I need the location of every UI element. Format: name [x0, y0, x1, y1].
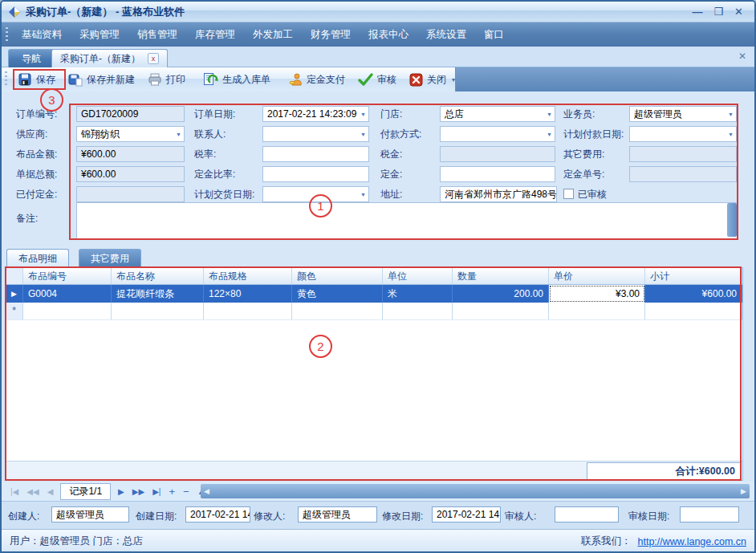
insert-record-icon[interactable]: + [165, 486, 179, 498]
menu-item-inventory[interactable]: 库存管理 [186, 24, 244, 46]
plan-delivery-date-field[interactable]: ▼ [262, 186, 369, 202]
remark-scrollbar[interactable] [727, 203, 737, 237]
dropdown-icon[interactable]: ▼ [360, 112, 366, 118]
tab-other-fees[interactable]: 其它费用 [79, 249, 141, 267]
toolbar-grip [5, 71, 7, 87]
cell-fabric-spec[interactable]: 122×80 [204, 285, 292, 303]
cell-unit[interactable]: 米 [383, 285, 453, 303]
scroll-right-icon[interactable]: ▶ [741, 487, 746, 495]
contact-field[interactable]: ▼ [262, 126, 369, 142]
delete-record-icon[interactable]: − [179, 486, 193, 498]
menu-item-finance[interactable]: 财务管理 [302, 24, 360, 46]
fabric-amount-field[interactable]: ¥600.00 [76, 146, 185, 162]
other-fee-field[interactable] [629, 146, 737, 162]
horizontal-scrollbar[interactable]: ◀ ▶ [201, 484, 750, 498]
tab-fabric-detail[interactable]: 布品明细 [6, 249, 69, 267]
audit-button[interactable]: 审核 [352, 71, 403, 89]
deposit-no-label: 定金单号: [563, 166, 604, 182]
dropdown-icon[interactable]: ▼ [728, 112, 734, 118]
cell-price-editing[interactable]: ¥3.00 [549, 285, 645, 303]
website-link[interactable]: http://www.lange.com.cn [638, 536, 746, 547]
deposit-no-field[interactable] [629, 166, 737, 182]
bill-total-field[interactable]: ¥600.00 [76, 166, 185, 182]
col-subtotal[interactable]: 小计 [645, 268, 742, 284]
dropdown-icon[interactable]: ▼ [547, 132, 552, 138]
cell-qty[interactable]: 200.00 [453, 285, 549, 303]
deposit-rate-field[interactable] [262, 166, 369, 182]
salesman-label: 业务员: [563, 106, 595, 122]
deposit-field[interactable] [440, 166, 555, 182]
audit-trail-bar: 创建人: 超级管理员 创建日期: 2017-02-21 14 修改人: 超级管理… [2, 501, 754, 529]
prior-record-icon[interactable]: ◀ [43, 487, 58, 496]
close-dropdown-icon[interactable]: ▾ [452, 76, 455, 83]
plan-pay-date-field[interactable]: ▼ [629, 126, 737, 142]
audited-checkbox[interactable] [563, 189, 574, 199]
save-button[interactable]: 保存 [11, 70, 62, 89]
detail-grid: 布品编号 布品名称 布品规格 颜色 单位 数量 单价 小计 ▶ G0004 提花… [5, 267, 743, 481]
tab-close-icon[interactable]: x [148, 53, 159, 64]
other-fee-label: 其它费用: [563, 146, 604, 162]
menu-item-outsourcing[interactable]: 外发加工 [244, 24, 302, 46]
auditor-field [555, 506, 619, 523]
tax-rate-field[interactable] [262, 146, 369, 162]
table-row-selected[interactable]: ▶ G0004 提花顺纤缎条 122×80 黄色 米 200.00 ¥3.00 … [6, 285, 742, 303]
dropdown-icon[interactable]: ▼ [360, 192, 366, 198]
next-record-icon[interactable]: ▶ [114, 487, 128, 496]
deposit-pay-icon [288, 72, 303, 87]
print-button[interactable]: 打印 [141, 70, 192, 89]
col-unit[interactable]: 单位 [383, 268, 453, 284]
paid-deposit-label: 已付定金: [16, 186, 57, 202]
col-color[interactable]: 颜色 [292, 268, 383, 284]
col-qty[interactable]: 数量 [453, 268, 549, 284]
col-fabric-code[interactable]: 布品编号 [23, 268, 112, 284]
tab-purchase-order[interactable]: 采购订单-（新建） x [51, 49, 168, 67]
modifier-field: 超级管理员 [298, 506, 377, 523]
cell-fabric-code[interactable]: G0004 [23, 285, 112, 303]
tab-navigation[interactable]: 导航 [8, 49, 55, 67]
dropdown-icon[interactable]: ▼ [360, 132, 366, 138]
next-page-icon[interactable]: ▶▶ [128, 487, 148, 496]
menu-item-purchase[interactable]: 采购管理 [71, 24, 128, 46]
minimize-icon[interactable]: — [692, 6, 702, 18]
dropdown-icon[interactable]: ▼ [728, 132, 734, 138]
dropdown-icon[interactable]: ▼ [176, 132, 181, 138]
table-row-new[interactable]: * [6, 303, 742, 320]
cell-color[interactable]: 黄色 [292, 285, 383, 303]
close-form-button[interactable]: 关闭 ▾ [403, 71, 461, 89]
remark-textarea[interactable] [76, 202, 738, 239]
generate-inbound-button[interactable]: 生成入库单 [197, 70, 277, 89]
save-and-new-button[interactable]: 保存并新建 [62, 70, 141, 89]
pay-method-field[interactable]: ▼ [440, 126, 555, 142]
scroll-left-icon[interactable]: ◀ [204, 487, 209, 495]
menu-item-sales[interactable]: 销售管理 [128, 24, 186, 46]
order-date-field[interactable]: 2017-02-21 14:23:09 ▼ [262, 106, 369, 122]
menu-item-reports[interactable]: 报表中心 [360, 24, 417, 46]
tabbar-close-icon[interactable]: ✕ [738, 51, 746, 62]
store-field[interactable]: 总店 ▼ [440, 106, 555, 122]
order-no-field[interactable]: GD17020009 [76, 106, 185, 122]
menu-item-settings[interactable]: 系统设置 [417, 24, 475, 46]
prior-page-icon[interactable]: ◀◀ [22, 487, 43, 496]
col-fabric-name[interactable]: 布品名称 [112, 268, 204, 284]
menu-item-window[interactable]: 窗口 [475, 24, 513, 46]
deposit-pay-button[interactable]: 定金支付 [282, 70, 352, 89]
close-icon[interactable]: ✕ [734, 6, 743, 18]
menu-item-base-data[interactable]: 基础资料 [13, 24, 71, 46]
col-price[interactable]: 单价 [549, 268, 645, 284]
dropdown-icon[interactable]: ▼ [547, 112, 552, 118]
maximize-icon[interactable]: ❒ [713, 6, 723, 18]
record-navigator: |◀ ◀◀ ◀ 记录1/1 ▶ ▶▶ ▶| + − ▲ ✔ × ◀ ▶ [2, 482, 754, 501]
creator-label: 创建人: [8, 508, 39, 524]
cell-fabric-name[interactable]: 提花顺纤缎条 [112, 285, 204, 303]
first-record-icon[interactable]: |◀ [6, 487, 22, 496]
tax-field[interactable] [440, 146, 555, 162]
salesman-field[interactable]: 超级管理员 ▼ [629, 106, 737, 122]
last-record-icon[interactable]: ▶| [148, 487, 165, 496]
cell-subtotal[interactable]: ¥600.00 [645, 285, 742, 303]
supplier-field[interactable]: 锦翔纺织 ▼ [76, 126, 185, 142]
title-bar: 采购订单-（新建） - 蓝格布业软件 — ❒ ✕ [2, 2, 754, 22]
paid-deposit-field[interactable] [76, 186, 185, 202]
floppy-icon [18, 72, 32, 87]
col-fabric-spec[interactable]: 布品规格 [204, 268, 292, 284]
address-field[interactable]: 河南省郑州市京广路498号 [440, 186, 557, 202]
